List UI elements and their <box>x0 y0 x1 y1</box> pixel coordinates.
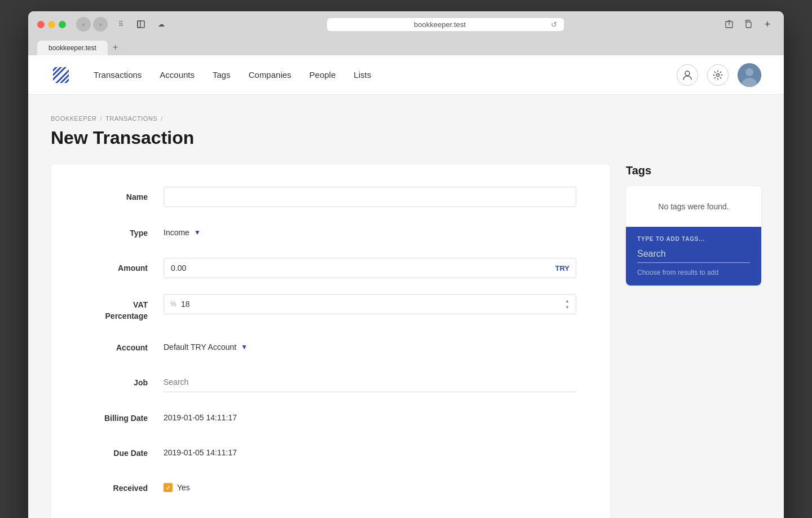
vat-field: % ▲ ▼ <box>164 294 576 314</box>
type-label: Type <box>85 223 164 238</box>
amount-label: Amount <box>85 258 164 273</box>
tags-title: Tags <box>626 164 761 177</box>
new-tab-button[interactable]: + <box>108 39 123 55</box>
form-row-type: Type Income ▼ <box>85 223 576 242</box>
back-button[interactable]: ‹ <box>76 17 91 32</box>
account-label: Account <box>85 337 164 352</box>
type-select[interactable]: Income ▼ <box>164 223 201 242</box>
due-date-value: 2019-01-05 14:11:17 <box>164 443 576 462</box>
excluded-field: Yes <box>164 513 576 518</box>
page-content: Transactions Accounts Tags Companies Peo… <box>28 55 784 518</box>
job-input[interactable] <box>164 372 576 392</box>
account-value: Default TRY Account <box>164 343 236 352</box>
received-checkbox-label: Yes <box>177 483 190 492</box>
amount-field: TRY <box>164 258 576 278</box>
vat-input[interactable] <box>164 294 576 314</box>
svg-rect-0 <box>138 21 144 28</box>
account-field: Default TRY Account ▼ <box>164 337 576 357</box>
form-row-amount: Amount TRY <box>85 258 576 278</box>
browser-window: ‹ › ⠿ ☁ bookkeeper.test ↺ <box>28 11 784 518</box>
name-input[interactable] <box>164 187 576 207</box>
billing-date-value: 2019-01-05 14:11:17 <box>164 408 576 427</box>
form-row-name: Name <box>85 187 576 207</box>
app-logo <box>51 65 71 85</box>
main-content: BOOKKEEPER / TRANSACTIONS / New Transact… <box>28 95 784 518</box>
received-field: ✓ Yes <box>164 478 576 497</box>
vat-wrapper: % ▲ ▼ <box>164 294 576 314</box>
type-field: Income ▼ <box>164 223 576 242</box>
nav-people[interactable]: People <box>310 70 336 80</box>
received-checkbox[interactable]: ✓ <box>164 483 173 492</box>
content-layout: Name Type Income ▼ <box>51 164 761 518</box>
vat-label: VATPercentage <box>85 294 164 322</box>
tags-search-input[interactable] <box>637 247 750 263</box>
name-label: Name <box>85 187 164 201</box>
nav-tags[interactable]: Tags <box>213 70 231 80</box>
window-icon[interactable] <box>134 17 148 32</box>
active-tab[interactable]: bookkeeper.test <box>37 41 108 55</box>
settings-icon-button[interactable] <box>707 64 729 86</box>
name-field <box>164 187 576 207</box>
form-card: Name Type Income ▼ <box>51 164 610 518</box>
received-label: Received <box>85 478 164 493</box>
close-button[interactable] <box>37 21 45 28</box>
minimize-button[interactable] <box>48 21 55 28</box>
tags-no-results: No tags were found. <box>626 186 761 227</box>
address-bar-container: bookkeeper.test ↺ <box>174 18 716 31</box>
tabs-bar: bookkeeper.test + <box>37 39 775 55</box>
grid-icon[interactable]: ⠿ <box>113 17 128 32</box>
form-row-due-date: Due Date 2019-01-05 14:11:17 <box>85 443 576 462</box>
due-date-field: 2019-01-05 14:11:17 <box>164 443 576 462</box>
browser-chrome: ‹ › ⠿ ☁ bookkeeper.test ↺ <box>28 11 784 55</box>
forward-button[interactable]: › <box>93 17 108 32</box>
type-value: Income <box>164 228 189 237</box>
breadcrumb-transactions: TRANSACTIONS <box>105 115 157 122</box>
nav-accounts[interactable]: Accounts <box>160 70 195 80</box>
top-nav: Transactions Accounts Tags Companies Peo… <box>28 55 784 95</box>
form-row-account: Account Default TRY Account ▼ <box>85 337 576 357</box>
vat-increment-button[interactable]: ▲ <box>563 298 572 304</box>
type-chevron-icon: ▼ <box>194 229 201 236</box>
nav-arrows: ‹ › <box>76 17 108 32</box>
due-date-label: Due Date <box>85 443 164 458</box>
svg-point-6 <box>745 68 753 76</box>
job-label: Job <box>85 372 164 387</box>
nav-transactions[interactable]: Transactions <box>94 70 142 80</box>
vat-stepper: ▲ ▼ <box>563 298 572 310</box>
browser-actions: + <box>722 17 775 32</box>
breadcrumb-sep-2: / <box>161 115 163 122</box>
job-field <box>164 372 576 392</box>
vat-decrement-button[interactable]: ▼ <box>563 305 572 310</box>
checkmark-icon: ✓ <box>166 485 170 491</box>
share-icon[interactable] <box>722 17 736 32</box>
account-select[interactable]: Default TRY Account ▼ <box>164 337 576 357</box>
form-row-billing-date: Billing Date 2019-01-05 14:11:17 <box>85 408 576 427</box>
tags-hint: Choose from results to add <box>637 269 750 276</box>
nav-lists[interactable]: Lists <box>354 70 371 80</box>
nav-companies[interactable]: Companies <box>249 70 292 80</box>
user-icon-button[interactable] <box>677 64 698 86</box>
form-row-vat: VATPercentage % ▲ ▼ <box>85 294 576 322</box>
duplicate-icon[interactable] <box>741 17 756 32</box>
amount-currency: TRY <box>555 264 570 273</box>
amount-wrapper: TRY <box>164 258 576 278</box>
add-tab-icon[interactable]: + <box>760 17 775 32</box>
cloud-icon[interactable]: ☁ <box>154 17 169 32</box>
received-checkbox-row: ✓ Yes <box>164 478 576 497</box>
reload-button[interactable]: ↺ <box>551 20 557 29</box>
breadcrumb-bookkeeper: BOOKKEEPER <box>51 115 96 122</box>
form-row-excluded: Excluded Yes <box>85 513 576 518</box>
svg-point-3 <box>685 71 690 76</box>
svg-rect-2 <box>746 22 751 28</box>
address-bar[interactable]: bookkeeper.test ↺ <box>327 18 564 31</box>
tags-card: No tags were found. TYPE TO ADD TAGS... … <box>626 186 761 286</box>
maximize-button[interactable] <box>59 21 66 28</box>
form-row-job: Job <box>85 372 576 392</box>
breadcrumb-sep-1: / <box>100 115 102 122</box>
percent-icon: % <box>170 300 176 308</box>
amount-input[interactable] <box>164 258 576 278</box>
traffic-lights <box>37 21 66 28</box>
tags-add-section: TYPE TO ADD TAGS... Choose from results … <box>626 227 761 286</box>
excluded-label: Excluded <box>85 513 164 518</box>
avatar-button[interactable] <box>738 63 761 87</box>
